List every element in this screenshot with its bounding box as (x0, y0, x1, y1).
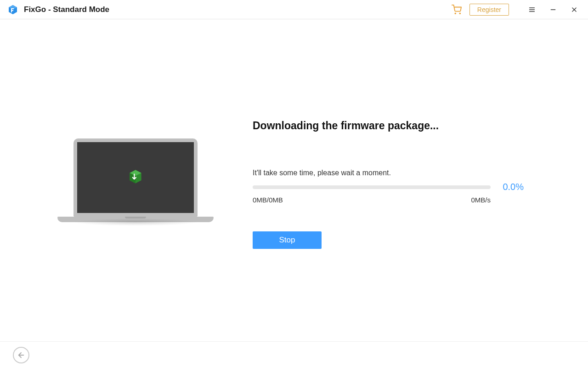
back-button[interactable] (13, 347, 29, 363)
menu-icon[interactable] (526, 3, 538, 16)
svg-point-1 (459, 13, 460, 14)
progress-row: 0.0% (253, 182, 524, 192)
svg-point-0 (455, 13, 456, 14)
package-icon (127, 168, 144, 187)
titlebar: FixGo - Standard Mode Register (0, 0, 588, 19)
laptop-illustration (18, 19, 253, 341)
progress-percent: 0.0% (497, 182, 524, 192)
cart-icon[interactable] (450, 3, 463, 16)
app-logo-icon (7, 4, 18, 15)
progress-bar (253, 185, 491, 189)
stop-button[interactable]: Stop (253, 231, 322, 249)
close-button[interactable] (568, 3, 581, 16)
download-stats: 0MB/0MB 0MB/s (253, 196, 491, 204)
download-subtext: It'll take some time, please wait a mome… (253, 169, 524, 177)
register-button[interactable]: Register (469, 4, 509, 16)
minimize-button[interactable] (547, 3, 560, 16)
download-heading: Downloading the firmware package... (253, 120, 524, 132)
footer (0, 341, 588, 368)
download-size-stat: 0MB/0MB (253, 196, 283, 204)
download-speed-stat: 0MB/s (471, 196, 491, 204)
main-content: Downloading the firmware package... It'l… (0, 19, 588, 341)
app-title: FixGo - Standard Mode (24, 5, 109, 14)
download-panel: Downloading the firmware package... It'l… (253, 19, 570, 341)
